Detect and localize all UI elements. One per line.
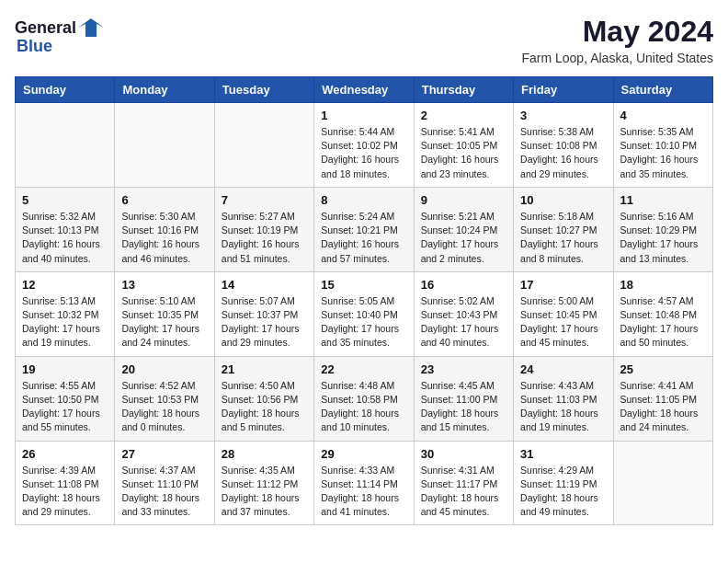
calendar-cell xyxy=(115,103,214,188)
calendar-cell: 24Sunrise: 4:43 AMSunset: 11:03 PMDaylig… xyxy=(514,356,613,441)
calendar-cell: 16Sunrise: 5:02 AMSunset: 10:43 PMDaylig… xyxy=(414,271,513,356)
calendar-cell: 8Sunrise: 5:24 AMSunset: 10:21 PMDayligh… xyxy=(314,187,414,271)
day-number: 21 xyxy=(222,362,307,376)
day-number: 12 xyxy=(22,278,108,292)
logo-bird-icon xyxy=(78,15,104,40)
day-number: 7 xyxy=(222,193,307,207)
day-detail: Sunrise: 5:41 AMSunset: 10:05 PMDaylight… xyxy=(421,125,506,181)
day-number: 16 xyxy=(421,278,506,292)
calendar-cell: 1Sunrise: 5:44 AMSunset: 10:02 PMDayligh… xyxy=(314,103,414,188)
calendar-week-row: 1Sunrise: 5:44 AMSunset: 10:02 PMDayligh… xyxy=(16,103,713,188)
day-detail: Sunrise: 5:38 AMSunset: 10:08 PMDaylight… xyxy=(520,125,606,181)
calendar-cell xyxy=(214,103,313,188)
day-detail: Sunrise: 5:02 AMSunset: 10:43 PMDaylight… xyxy=(421,294,506,350)
day-detail: Sunrise: 4:31 AMSunset: 11:17 PMDaylight… xyxy=(421,464,506,520)
day-detail: Sunrise: 5:30 AMSunset: 10:16 PMDaylight… xyxy=(121,210,207,266)
calendar-table: SundayMondayTuesdayWednesdayThursdayFrid… xyxy=(15,76,713,525)
day-number: 29 xyxy=(321,447,406,461)
day-number: 9 xyxy=(421,193,506,207)
calendar-cell: 10Sunrise: 5:18 AMSunset: 10:27 PMDaylig… xyxy=(514,187,613,271)
logo-general-text: General xyxy=(15,18,76,38)
main-title: May 2024 xyxy=(521,15,713,49)
calendar-cell xyxy=(613,441,712,525)
calendar-cell: 25Sunrise: 4:41 AMSunset: 11:05 PMDaylig… xyxy=(613,356,712,441)
calendar-header-row: SundayMondayTuesdayWednesdayThursdayFrid… xyxy=(16,77,713,103)
day-number: 28 xyxy=(222,447,307,461)
day-number: 27 xyxy=(121,447,207,461)
calendar-cell: 18Sunrise: 4:57 AMSunset: 10:48 PMDaylig… xyxy=(613,271,712,356)
day-detail: Sunrise: 5:07 AMSunset: 10:37 PMDaylight… xyxy=(222,294,307,350)
calendar-cell: 7Sunrise: 5:27 AMSunset: 10:19 PMDayligh… xyxy=(214,187,313,271)
calendar-cell: 2Sunrise: 5:41 AMSunset: 10:05 PMDayligh… xyxy=(414,103,513,188)
calendar-cell: 4Sunrise: 5:35 AMSunset: 10:10 PMDayligh… xyxy=(613,103,712,188)
logo-blue-text: Blue xyxy=(17,37,52,56)
calendar-cell: 5Sunrise: 5:32 AMSunset: 10:13 PMDayligh… xyxy=(16,187,115,271)
calendar-cell xyxy=(16,103,115,188)
day-number: 31 xyxy=(520,447,606,461)
day-number: 4 xyxy=(620,109,706,122)
column-header-thursday: Thursday xyxy=(414,77,513,103)
day-detail: Sunrise: 5:24 AMSunset: 10:21 PMDaylight… xyxy=(321,210,406,266)
calendar-cell: 14Sunrise: 5:07 AMSunset: 10:37 PMDaylig… xyxy=(214,271,313,356)
day-detail: Sunrise: 5:05 AMSunset: 10:40 PMDaylight… xyxy=(321,294,406,350)
calendar-cell: 6Sunrise: 5:30 AMSunset: 10:16 PMDayligh… xyxy=(115,187,214,271)
day-number: 3 xyxy=(520,109,606,122)
calendar-cell: 3Sunrise: 5:38 AMSunset: 10:08 PMDayligh… xyxy=(514,103,613,188)
day-number: 15 xyxy=(321,278,406,292)
calendar-cell: 13Sunrise: 5:10 AMSunset: 10:35 PMDaylig… xyxy=(115,271,214,356)
day-detail: Sunrise: 4:43 AMSunset: 11:03 PMDaylight… xyxy=(520,379,606,435)
calendar-cell: 28Sunrise: 4:35 AMSunset: 11:12 PMDaylig… xyxy=(214,441,313,525)
calendar-cell: 22Sunrise: 4:48 AMSunset: 10:58 PMDaylig… xyxy=(314,356,414,441)
title-block: May 2024 Farm Loop, Alaska, United State… xyxy=(521,15,713,65)
day-detail: Sunrise: 4:45 AMSunset: 11:00 PMDaylight… xyxy=(421,379,506,435)
day-detail: Sunrise: 5:27 AMSunset: 10:19 PMDaylight… xyxy=(222,210,307,266)
calendar-week-row: 19Sunrise: 4:55 AMSunset: 10:50 PMDaylig… xyxy=(16,356,713,441)
day-detail: Sunrise: 4:55 AMSunset: 10:50 PMDaylight… xyxy=(22,379,108,435)
day-number: 17 xyxy=(520,278,606,292)
calendar-cell: 15Sunrise: 5:05 AMSunset: 10:40 PMDaylig… xyxy=(314,271,414,356)
logo: General Blue xyxy=(15,15,104,56)
day-number: 1 xyxy=(321,109,406,122)
day-number: 22 xyxy=(321,362,406,376)
calendar-cell: 20Sunrise: 4:52 AMSunset: 10:53 PMDaylig… xyxy=(115,356,214,441)
subtitle: Farm Loop, Alaska, United States xyxy=(521,51,713,65)
column-header-saturday: Saturday xyxy=(613,77,712,103)
calendar-cell: 9Sunrise: 5:21 AMSunset: 10:24 PMDayligh… xyxy=(414,187,513,271)
day-detail: Sunrise: 5:44 AMSunset: 10:02 PMDaylight… xyxy=(321,125,406,181)
calendar-cell: 29Sunrise: 4:33 AMSunset: 11:14 PMDaylig… xyxy=(314,441,414,525)
calendar-cell: 30Sunrise: 4:31 AMSunset: 11:17 PMDaylig… xyxy=(414,441,513,525)
calendar-cell: 21Sunrise: 4:50 AMSunset: 10:56 PMDaylig… xyxy=(214,356,313,441)
day-number: 13 xyxy=(121,278,207,292)
column-header-sunday: Sunday xyxy=(16,77,115,103)
day-number: 18 xyxy=(620,278,706,292)
day-number: 5 xyxy=(22,193,108,207)
calendar-cell: 12Sunrise: 5:13 AMSunset: 10:32 PMDaylig… xyxy=(16,271,115,356)
column-header-wednesday: Wednesday xyxy=(314,77,414,103)
day-number: 6 xyxy=(121,193,207,207)
day-detail: Sunrise: 5:35 AMSunset: 10:10 PMDaylight… xyxy=(620,125,706,181)
calendar-cell: 11Sunrise: 5:16 AMSunset: 10:29 PMDaylig… xyxy=(613,187,712,271)
day-detail: Sunrise: 5:16 AMSunset: 10:29 PMDaylight… xyxy=(620,210,706,266)
calendar-week-row: 12Sunrise: 5:13 AMSunset: 10:32 PMDaylig… xyxy=(16,271,713,356)
column-header-monday: Monday xyxy=(115,77,214,103)
calendar-cell: 31Sunrise: 4:29 AMSunset: 11:19 PMDaylig… xyxy=(514,441,613,525)
day-number: 20 xyxy=(121,362,207,376)
page-header: General Blue May 2024 Farm Loop, Alaska,… xyxy=(15,15,713,65)
day-number: 14 xyxy=(222,278,307,292)
calendar-cell: 23Sunrise: 4:45 AMSunset: 11:00 PMDaylig… xyxy=(414,356,513,441)
day-number: 25 xyxy=(620,362,706,376)
calendar-cell: 27Sunrise: 4:37 AMSunset: 11:10 PMDaylig… xyxy=(115,441,214,525)
day-detail: Sunrise: 4:52 AMSunset: 10:53 PMDaylight… xyxy=(121,379,207,435)
column-header-friday: Friday xyxy=(514,77,613,103)
day-detail: Sunrise: 4:39 AMSunset: 11:08 PMDaylight… xyxy=(22,464,108,520)
calendar-cell: 26Sunrise: 4:39 AMSunset: 11:08 PMDaylig… xyxy=(16,441,115,525)
calendar-week-row: 5Sunrise: 5:32 AMSunset: 10:13 PMDayligh… xyxy=(16,187,713,271)
day-number: 11 xyxy=(620,193,706,207)
day-number: 30 xyxy=(421,447,506,461)
day-detail: Sunrise: 5:32 AMSunset: 10:13 PMDaylight… xyxy=(22,210,108,266)
day-detail: Sunrise: 4:37 AMSunset: 11:10 PMDaylight… xyxy=(121,464,207,520)
day-detail: Sunrise: 4:50 AMSunset: 10:56 PMDaylight… xyxy=(222,379,307,435)
calendar-cell: 19Sunrise: 4:55 AMSunset: 10:50 PMDaylig… xyxy=(16,356,115,441)
day-detail: Sunrise: 4:41 AMSunset: 11:05 PMDaylight… xyxy=(620,379,706,435)
calendar-week-row: 26Sunrise: 4:39 AMSunset: 11:08 PMDaylig… xyxy=(16,441,713,525)
